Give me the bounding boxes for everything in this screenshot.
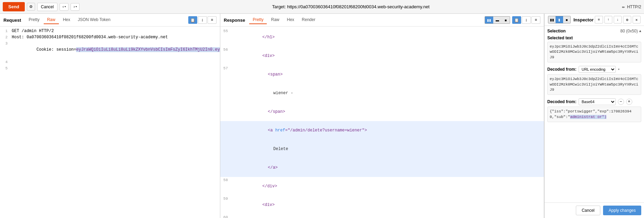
plus-button[interactable]: + (626, 99, 632, 105)
copy-icon-button[interactable]: 📋 (188, 16, 197, 24)
line-content (10, 59, 220, 65)
request-line-4: 4 (0, 59, 220, 65)
line-content: GET /admin HTTP/2 (10, 28, 220, 34)
selection-row: Selection 80 (0x50) ▲ (547, 29, 641, 33)
decoded-encoding-select-1[interactable]: URL encoding HTML encoding Base64 (579, 66, 616, 73)
main-container: Request Pretty Raw Hex JSON Web Token 📋 … (0, 14, 644, 218)
inspector-cancel-button[interactable]: Cancel (576, 206, 600, 215)
line-number (220, 102, 231, 121)
line-content: <span> (231, 65, 544, 84)
wrap-icon-button[interactable]: ↨ (198, 16, 207, 24)
response-line-a-close-wiener: </a> (220, 158, 544, 177)
line-number (220, 140, 231, 158)
line-number: 59 (220, 196, 231, 214)
response-line-58: 58 </div> (220, 177, 544, 196)
line-content: <a href="/admin/delete?username=wiener"> (231, 121, 544, 140)
line-number (220, 84, 231, 102)
decoded-url-row: Decoded from: URL encoding HTML encoding… (547, 66, 641, 73)
collapse-icon-2[interactable]: ▾ (618, 67, 620, 71)
prev-button[interactable]: ‹ ▾ (60, 3, 68, 11)
more-icon-response[interactable]: ≡ (531, 16, 540, 24)
inspector-close[interactable]: ✕ (633, 16, 641, 23)
response-title: Response (224, 18, 245, 23)
attr: href (275, 128, 285, 133)
response-line-57b: <a href="/admin/delete?username=wiener"> (220, 121, 544, 140)
view-single-button[interactable]: ■ (502, 17, 510, 23)
response-line-60: 60 <span> (220, 214, 544, 218)
view-horizontal-button[interactable]: ▬ (493, 17, 502, 23)
tab-hex-response[interactable]: Hex (284, 16, 298, 24)
inspector-icon1[interactable]: ≡ (595, 16, 603, 23)
apply-changes-button[interactable]: Apply changes (603, 206, 641, 215)
line-number: 57 (220, 65, 231, 84)
inspector-icon2[interactable]: ↑ (604, 16, 612, 23)
line-number: 55 (220, 28, 231, 47)
request-line-3: 3 Cookie: session=eyJraWQiOiIuLi8uLi8uLi… (0, 40, 220, 59)
dropdown-icon2: ▾ (75, 5, 77, 9)
response-line-59: 59 <div> (220, 196, 544, 214)
selection-label: Selection (547, 29, 566, 33)
view-split-button[interactable]: ▮▮ (485, 17, 493, 23)
response-line-55: 55 </h1> (220, 28, 544, 47)
tab-pretty-response[interactable]: Pretty (249, 16, 267, 24)
tab-raw-response[interactable]: Raw (267, 16, 283, 24)
inspector-footer: Cancel Apply changes (545, 202, 644, 218)
toolbar: Send ⚙ Cancel ‹ ▾ › ▾ Target: https://0a… (0, 0, 644, 14)
tab-render-response[interactable]: Render (298, 16, 319, 24)
line-content: </h1> (231, 28, 544, 47)
request-code-area[interactable]: 1 GET /admin HTTP/2 2 Host: 0a0700360364… (0, 27, 220, 218)
response-line-span-close: </span> (220, 102, 544, 121)
decoded-text-highlight: administrat or") (570, 115, 606, 119)
selection-count: 80 (0x50) (620, 29, 638, 33)
text: Delete (273, 147, 288, 151)
http-version: HTTP/2 (627, 4, 641, 9)
more-icon-button[interactable]: ≡ (208, 16, 217, 24)
line-content: wiener - (231, 84, 544, 102)
inspector-settings[interactable]: ⚙ (623, 16, 631, 23)
inspector-view-toggle: ▮▮ ▮ ■ (548, 16, 571, 23)
request-line-1: 1 GET /admin HTTP/2 (0, 28, 220, 34)
tag: <div> (262, 202, 275, 207)
settings-icon-button[interactable]: ⚙ (27, 3, 35, 11)
line-number: 56 (220, 47, 231, 65)
minus-button[interactable]: − (618, 99, 624, 105)
response-line-wiener: wiener - (220, 84, 544, 102)
decoded-base64-row: Decoded from: Base64 URL encoding HTML e… (547, 98, 641, 105)
tag: </div> (262, 184, 277, 189)
line-content: <div> (231, 196, 544, 214)
request-line-5: 5 (0, 65, 220, 71)
tab-jwt-request[interactable]: JSON Web Token (74, 16, 114, 24)
line-number: 58 (220, 177, 231, 196)
view-toggle-group: ▮▮ ▬ ■ (485, 16, 510, 24)
copy-icon-response[interactable]: 📋 (512, 16, 521, 24)
wrap-icon-response[interactable]: ↨ (522, 16, 531, 24)
response-panel: Response Pretty Raw Hex Render ▮▮ ▬ ■ 📋 … (220, 14, 544, 218)
collapse-icon[interactable]: ▲ (639, 29, 641, 33)
cancel-button[interactable]: Cancel (37, 3, 57, 11)
tab-hex-request[interactable]: Hex (60, 16, 74, 24)
inspector-icon3[interactable]: ↓ (614, 16, 622, 23)
inspector-view-btn3[interactable]: ■ (563, 16, 570, 23)
tab-raw-request[interactable]: Raw (44, 16, 59, 24)
response-code-area[interactable]: 55 </h1> 56 <div> 57 <span> (220, 27, 544, 218)
send-button[interactable]: Send (3, 2, 25, 11)
inspector-view-btn2[interactable]: ▮ (556, 16, 563, 23)
inspector-body: Selection 80 (0x50) ▲ Selected text eyJp… (545, 26, 644, 202)
decoded-label-2: Decoded from: (547, 99, 577, 104)
line-content (10, 65, 220, 71)
line-number: 60 (220, 214, 231, 218)
response-header: Response Pretty Raw Hex Render ▮▮ ▬ ■ 📋 … (220, 14, 544, 27)
line-number (220, 121, 231, 140)
line-content: <span> (231, 214, 544, 218)
response-line-delete-wiener: Delete (220, 140, 544, 158)
decoded-encoding-select-2[interactable]: Base64 URL encoding HTML encoding (579, 98, 616, 105)
line-number (220, 158, 231, 177)
response-line-57a: 57 <span> (220, 65, 544, 84)
line-number: 4 (0, 59, 10, 65)
tab-pretty-request[interactable]: Pretty (25, 16, 43, 24)
line-number: 5 (0, 65, 10, 71)
inspector-view-btn1[interactable]: ▮▮ (548, 16, 556, 23)
edit-icon[interactable]: ✏️ (622, 4, 625, 10)
next-button[interactable]: › ▾ (71, 3, 80, 11)
line-content: </div> (231, 177, 544, 196)
